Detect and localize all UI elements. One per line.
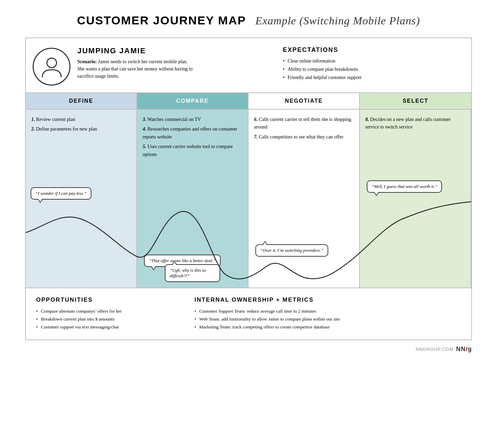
phases-header: DEFINE COMPARE NEGOTIATE SELECT bbox=[26, 93, 471, 110]
select-step-8: 8. Decides on a new plan and calls custo… bbox=[365, 116, 465, 131]
journey-define: 1. Review current plan 2. Define paramet… bbox=[26, 110, 137, 288]
compare-steps: 3. Watches commercial on TV 4. Researche… bbox=[143, 116, 242, 158]
journey-compare: 3. Watches commercial on TV 4. Researche… bbox=[137, 110, 248, 288]
negotiate-step-7: 7. Calls competitors to see what they ca… bbox=[254, 133, 354, 141]
select-speech-bubble: “Well, I guess that was all worth it.” bbox=[367, 180, 442, 193]
expectation-item-2: Ability to compare plan breakdowns bbox=[283, 65, 461, 74]
define-step-list: 1. Review current plan 2. Define paramet… bbox=[31, 116, 131, 133]
main-diagram: JUMPING JAMIE Scenario: Jamie needs to s… bbox=[25, 37, 472, 340]
negotiate-steps: 6. Calls current carrier to tell them sh… bbox=[254, 116, 354, 141]
footer: NNGROUP.COM NN/g bbox=[25, 340, 472, 353]
compare-step-4: 4. Researches companies and offers on co… bbox=[143, 125, 242, 141]
internal-item-2: Web Team: add funtionality to allow Jami… bbox=[195, 315, 461, 323]
define-step-2: 2. Define parameters for new plan bbox=[31, 125, 131, 133]
expectation-item-1: Clear online information bbox=[283, 57, 461, 65]
opportunity-item-3: Customer support via text messaging/chat bbox=[36, 323, 184, 331]
internal-title: INTERNAL OWNERSHIP + METRICS bbox=[195, 296, 461, 303]
compare-step-5: 5. Uses current carrier website tool to … bbox=[143, 143, 242, 158]
phase-select-header: SELECT bbox=[360, 93, 471, 109]
scenario-label: Scenario: bbox=[77, 59, 97, 64]
define-speech-bubble: “I wonder if I can pay less.” bbox=[31, 187, 91, 200]
compare-step-3: 3. Watches commercial on TV bbox=[143, 116, 242, 123]
opportunity-item-2: Breakdown current plan into $ amounts bbox=[36, 315, 184, 323]
phase-define-header: DEFINE bbox=[26, 93, 137, 109]
expectations-title: EXPECTATIONS bbox=[283, 46, 461, 54]
select-bubble-wrap: “Well, I guess that was all worth it.” bbox=[367, 178, 442, 193]
define-steps: 1. Review current plan 2. Define paramet… bbox=[31, 116, 131, 133]
internal-list: Customer Support Team: reduce average ca… bbox=[195, 307, 461, 331]
expectations-block: EXPECTATIONS Clear online information Ab… bbox=[262, 46, 461, 81]
negotiate-bubble-wrap: “Over it. I’m switching providers.” bbox=[255, 242, 328, 257]
logo-nn: NN bbox=[456, 346, 466, 352]
negotiate-step-6: 6. Calls current carrier to tell them sh… bbox=[254, 116, 354, 131]
opportunities-title: OPPORTUNITIES bbox=[36, 296, 184, 303]
select-step-list: 8. Decides on a new plan and calls custo… bbox=[365, 116, 465, 131]
compare-step-list: 3. Watches commercial on TV 4. Researche… bbox=[143, 116, 242, 158]
expectation-item-3: Friendly and helpful customer support bbox=[283, 74, 461, 82]
logo-g: g bbox=[468, 346, 472, 352]
page-title: CUSTOMER JOURNEY MAP Example (Switching … bbox=[77, 14, 420, 27]
bottom-row: OPPORTUNITIES Compare alternate companys… bbox=[26, 288, 471, 339]
define-bubble-wrap: “I wonder if I can pay less.” bbox=[31, 185, 91, 200]
expectations-list: Clear online information Ability to comp… bbox=[283, 57, 461, 81]
persona-scenario: Scenario: Jamie needs to switch her curr… bbox=[77, 58, 194, 80]
avatar bbox=[33, 48, 70, 86]
compare-speech-bubble-2: “Ugh, why is this so difficult?!” bbox=[165, 264, 220, 282]
journey-row: 1. Review current plan 2. Define paramet… bbox=[26, 110, 471, 288]
title-italic: Example (Switching Mobile Plans) bbox=[255, 14, 420, 27]
negotiate-step-list: 6. Calls current carrier to tell them sh… bbox=[254, 116, 354, 141]
internal-item-1: Customer Support Team: reduce average ca… bbox=[195, 307, 461, 315]
phase-compare-header: COMPARE bbox=[137, 93, 248, 109]
opportunity-item-1: Compare alternate companys’ offers for h… bbox=[36, 307, 184, 315]
footer-logo: NN/g bbox=[456, 346, 472, 353]
title-bold: CUSTOMER JOURNEY MAP bbox=[77, 14, 246, 27]
journey-negotiate: 6. Calls current carrier to tell them sh… bbox=[248, 110, 360, 288]
opportunities-list: Compare alternate companys’ offers for h… bbox=[36, 307, 184, 331]
opportunities-block: OPPORTUNITIES Compare alternate companys… bbox=[36, 296, 184, 331]
persona-info: JUMPING JAMIE Scenario: Jamie needs to s… bbox=[77, 46, 255, 80]
persona-row: JUMPING JAMIE Scenario: Jamie needs to s… bbox=[26, 38, 471, 93]
footer-text: NNGROUP.COM bbox=[416, 347, 453, 352]
internal-item-3: Marketing Team: track competing offers t… bbox=[195, 323, 461, 331]
compare-bubble-2-wrap: “Ugh, why is this so difficult?!” bbox=[165, 262, 220, 282]
journey-select: 8. Decides on a new plan and calls custo… bbox=[360, 110, 471, 288]
select-steps: 8. Decides on a new plan and calls custo… bbox=[365, 116, 465, 131]
internal-block: INTERNAL OWNERSHIP + METRICS Customer Su… bbox=[195, 296, 461, 331]
negotiate-speech-bubble: “Over it. I’m switching providers.” bbox=[255, 244, 328, 257]
define-step-1: 1. Review current plan bbox=[31, 116, 131, 123]
svg-point-0 bbox=[47, 58, 56, 68]
persona-name: JUMPING JAMIE bbox=[77, 46, 255, 55]
phase-negotiate-header: NEGOTIATE bbox=[248, 93, 360, 109]
